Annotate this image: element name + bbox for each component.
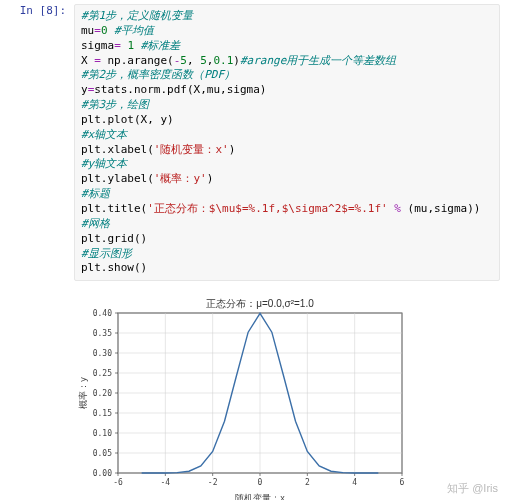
code-cell: In [8]: #第1步，定义随机变量 mu=0 #平均值 sigma= 1 #… (0, 0, 506, 289)
svg-text:随机变量：x: 随机变量：x (235, 493, 285, 500)
svg-text:-4: -4 (161, 478, 171, 487)
svg-text:6: 6 (400, 478, 405, 487)
code-input[interactable]: #第1步，定义随机变量 mu=0 #平均值 sigma= 1 #标准差 X = … (74, 4, 500, 281)
comment: #第1步，定义随机变量 (81, 9, 193, 22)
svg-text:0.05: 0.05 (93, 449, 112, 458)
svg-text:0.10: 0.10 (93, 429, 112, 438)
svg-text:0.35: 0.35 (93, 329, 112, 338)
svg-text:4: 4 (352, 478, 357, 487)
svg-text:0.20: 0.20 (93, 389, 112, 398)
normal-distribution-chart: -6-4-202460.000.050.100.150.200.250.300.… (72, 295, 412, 500)
watermark: 知乎 @Iris (447, 481, 498, 496)
svg-text:-6: -6 (113, 478, 123, 487)
svg-text:概率：y: 概率：y (78, 377, 88, 409)
svg-text:0.25: 0.25 (93, 369, 112, 378)
svg-text:-2: -2 (208, 478, 218, 487)
svg-text:0: 0 (258, 478, 263, 487)
svg-text:2: 2 (305, 478, 310, 487)
svg-text:0.00: 0.00 (93, 469, 112, 478)
code-text: mu (81, 24, 94, 37)
cell-prompt: In [8]: (6, 4, 74, 17)
cell-output: -6-4-202460.000.050.100.150.200.250.300.… (72, 295, 506, 500)
svg-text:0.15: 0.15 (93, 409, 112, 418)
svg-text:0.30: 0.30 (93, 349, 112, 358)
svg-text:正态分布：μ=0.0,σ²=1.0: 正态分布：μ=0.0,σ²=1.0 (206, 298, 314, 309)
svg-text:0.40: 0.40 (93, 309, 112, 318)
